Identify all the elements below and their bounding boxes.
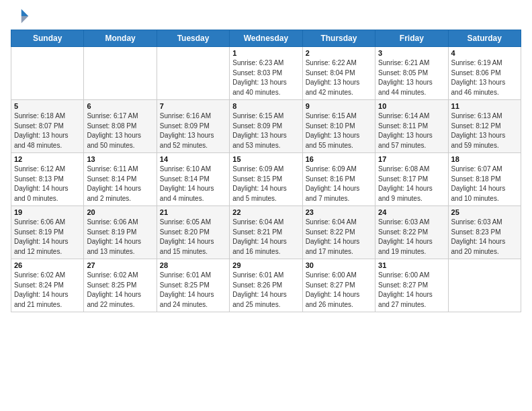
calendar-cell: 22Sunrise: 6:04 AMSunset: 8:21 PMDayligh…	[230, 206, 302, 259]
calendar-cell: 3Sunrise: 6:21 AMSunset: 8:05 PMDaylight…	[375, 47, 448, 100]
day-info-line: Sunrise: 6:05 AM	[160, 218, 211, 226]
day-number: 16	[306, 155, 372, 163]
calendar-cell: 30Sunrise: 6:00 AMSunset: 8:27 PMDayligh…	[302, 259, 375, 312]
day-info-line: Daylight: 14 hours	[14, 185, 69, 192]
day-info: Sunrise: 6:01 AMSunset: 8:25 PMDaylight:…	[160, 271, 226, 310]
day-number: 4	[451, 49, 518, 57]
day-info: Sunrise: 6:15 AMSunset: 8:09 PMDaylight:…	[232, 111, 299, 150]
calendar-cell: 24Sunrise: 6:03 AMSunset: 8:22 PMDayligh…	[375, 206, 448, 259]
week-row-2: 12Sunrise: 6:12 AMSunset: 8:13 PMDayligh…	[11, 153, 521, 206]
day-number: 22	[232, 208, 299, 216]
day-info-line: and 13 minutes.	[87, 248, 134, 255]
day-info-line: Daylight: 14 hours	[306, 291, 360, 298]
day-header-monday: Monday	[84, 30, 157, 47]
day-info-line: Sunrise: 6:08 AM	[378, 165, 429, 173]
day-number: 2	[306, 49, 372, 57]
day-number: 27	[87, 261, 153, 269]
calendar-cell: 31Sunrise: 6:00 AMSunset: 8:27 PMDayligh…	[375, 259, 448, 312]
day-info-line: and 15 minutes.	[160, 248, 208, 255]
day-number: 1	[232, 49, 299, 57]
day-number: 12	[14, 155, 81, 163]
day-info: Sunrise: 6:17 AMSunset: 8:08 PMDaylight:…	[87, 111, 153, 150]
day-number: 25	[451, 208, 518, 216]
day-info: Sunrise: 6:19 AMSunset: 8:06 PMDaylight:…	[451, 58, 518, 97]
calendar-cell: 10Sunrise: 6:14 AMSunset: 8:11 PMDayligh…	[375, 100, 448, 153]
day-info-line: and 59 minutes.	[451, 142, 499, 149]
calendar-cell: 20Sunrise: 6:06 AMSunset: 8:19 PMDayligh…	[84, 206, 157, 259]
day-info: Sunrise: 6:08 AMSunset: 8:17 PMDaylight:…	[378, 165, 445, 203]
day-number: 10	[378, 102, 445, 110]
day-info-line: Sunrise: 6:12 AM	[14, 165, 65, 173]
day-info-line: and 50 minutes.	[87, 142, 134, 149]
day-info-line: Sunset: 8:22 PM	[378, 228, 428, 236]
day-info: Sunrise: 6:01 AMSunset: 8:26 PMDaylight:…	[232, 271, 299, 310]
day-info-line: Sunrise: 6:21 AM	[378, 59, 429, 66]
day-info-line: Daylight: 13 hours	[306, 79, 360, 86]
day-number: 26	[14, 261, 81, 269]
day-info-line: Sunrise: 6:17 AM	[87, 112, 138, 120]
day-header-sunday: Sunday	[11, 30, 84, 47]
day-info-line: Sunrise: 6:09 AM	[306, 165, 357, 173]
day-info-line: Sunrise: 6:15 AM	[232, 112, 283, 120]
day-info: Sunrise: 6:12 AMSunset: 8:13 PMDaylight:…	[14, 165, 81, 203]
day-info-line: Sunrise: 6:22 AM	[306, 59, 357, 66]
day-info-line: Daylight: 14 hours	[160, 185, 214, 192]
day-number: 28	[160, 261, 226, 269]
day-info: Sunrise: 6:02 AMSunset: 8:24 PMDaylight:…	[14, 271, 81, 310]
day-header-saturday: Saturday	[448, 30, 521, 47]
logo	[11, 7, 32, 26]
day-info-line: Sunset: 8:19 PM	[14, 228, 64, 236]
day-info: Sunrise: 6:04 AMSunset: 8:22 PMDaylight:…	[306, 218, 372, 257]
calendar-cell: 25Sunrise: 6:03 AMSunset: 8:23 PMDayligh…	[448, 206, 521, 259]
day-info-line: Sunrise: 6:04 AM	[306, 218, 357, 226]
day-info: Sunrise: 6:18 AMSunset: 8:07 PMDaylight:…	[14, 111, 81, 150]
calendar-cell	[448, 259, 521, 312]
day-info-line: Sunset: 8:27 PM	[378, 281, 428, 289]
day-number: 3	[378, 49, 445, 57]
calendar-cell: 9Sunrise: 6:15 AMSunset: 8:10 PMDaylight…	[302, 100, 375, 153]
day-info-line: Sunrise: 6:00 AM	[378, 271, 429, 279]
day-info: Sunrise: 6:14 AMSunset: 8:11 PMDaylight:…	[378, 111, 445, 150]
day-info-line: and 44 minutes.	[378, 89, 426, 96]
day-header-thursday: Thursday	[302, 30, 375, 47]
day-info: Sunrise: 6:03 AMSunset: 8:22 PMDaylight:…	[378, 218, 445, 257]
day-info-line: and 10 minutes.	[451, 195, 499, 202]
day-info-line: Sunset: 8:17 PM	[378, 175, 428, 183]
day-info: Sunrise: 6:10 AMSunset: 8:14 PMDaylight:…	[160, 165, 226, 203]
svg-marker-1	[21, 16, 29, 24]
day-info-line: Sunrise: 6:11 AM	[87, 165, 138, 173]
day-info-line: Sunset: 8:25 PM	[87, 281, 136, 289]
day-info-line: Sunset: 8:23 PM	[451, 228, 501, 236]
calendar-cell: 16Sunrise: 6:09 AMSunset: 8:16 PMDayligh…	[302, 153, 375, 206]
calendar-cell: 23Sunrise: 6:04 AMSunset: 8:22 PMDayligh…	[302, 206, 375, 259]
day-number: 15	[232, 155, 299, 163]
day-info-line: Daylight: 13 hours	[232, 79, 287, 86]
day-info-line: Daylight: 14 hours	[87, 238, 141, 245]
day-info: Sunrise: 6:13 AMSunset: 8:12 PMDaylight:…	[451, 111, 518, 150]
day-info-line: and 4 minutes.	[160, 195, 204, 202]
day-info-line: Sunset: 8:10 PM	[306, 122, 355, 130]
calendar-cell: 18Sunrise: 6:07 AMSunset: 8:18 PMDayligh…	[448, 153, 521, 206]
day-header-friday: Friday	[375, 30, 448, 47]
day-number: 5	[14, 102, 81, 110]
calendar-cell: 5Sunrise: 6:18 AMSunset: 8:07 PMDaylight…	[11, 100, 84, 153]
day-info-line: and 55 minutes.	[306, 142, 353, 149]
day-info-line: and 26 minutes.	[306, 301, 353, 308]
day-info-line: Daylight: 14 hours	[378, 185, 433, 192]
day-info-line: Daylight: 13 hours	[451, 132, 506, 139]
svg-marker-0	[21, 9, 29, 17]
day-info-line: Daylight: 14 hours	[14, 291, 69, 298]
calendar-cell: 15Sunrise: 6:09 AMSunset: 8:15 PMDayligh…	[230, 153, 302, 206]
day-info-line: Sunset: 8:14 PM	[87, 175, 136, 183]
day-info-line: Sunset: 8:07 PM	[14, 122, 64, 130]
day-info-line: Daylight: 13 hours	[232, 132, 287, 139]
day-info-line: Sunrise: 6:14 AM	[378, 112, 429, 120]
day-info-line: and 17 minutes.	[306, 248, 353, 255]
day-number: 14	[160, 155, 226, 163]
day-info-line: and 16 minutes.	[232, 248, 280, 255]
day-info-line: Sunset: 8:19 PM	[87, 228, 136, 236]
day-info: Sunrise: 6:16 AMSunset: 8:09 PMDaylight:…	[160, 111, 226, 150]
day-info-line: Sunrise: 6:16 AM	[160, 112, 211, 120]
day-info-line: Daylight: 14 hours	[87, 291, 141, 298]
day-info-line: Sunset: 8:09 PM	[160, 122, 210, 130]
